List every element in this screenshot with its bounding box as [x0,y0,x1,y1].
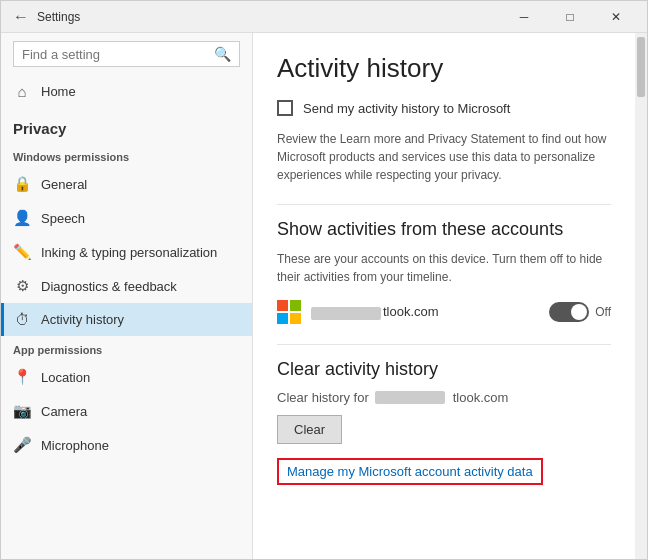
titlebar: ← Settings ─ □ ✕ [1,1,647,33]
clear-for-label: Clear history for [277,390,369,405]
clear-email-suffix: tlook.com [453,390,509,405]
maximize-button[interactable]: □ [547,1,593,33]
sidebar-item-label: Home [41,84,76,99]
account-toggle-container: Off [549,302,611,322]
window-controls: ─ □ ✕ [501,1,639,33]
clear-for-row: Clear history for tlook.com [277,390,611,405]
pen-icon: ✏️ [13,243,31,261]
scrollbar-thumb[interactable] [637,37,645,97]
content-area: 🔍 ⌂ Home Privacy Windows permissions 🔒 G… [1,33,647,559]
divider-2 [277,344,611,345]
sidebar-item-home[interactable]: ⌂ Home [1,75,252,108]
clear-button[interactable]: Clear [277,415,342,444]
sidebar-item-location[interactable]: 📍 Location [1,360,252,394]
back-button[interactable]: ← [9,5,33,29]
app-window: ← Settings ─ □ ✕ 🔍 ⌂ Home Privacy Window… [0,0,648,560]
lock-icon: 🔒 [13,175,31,193]
privacy-header: Privacy [1,108,252,143]
send-history-label: Send my activity history to Microsoft [303,101,510,116]
sidebar-item-microphone[interactable]: 🎤 Microphone [1,428,252,462]
toggle-knob [571,304,587,320]
account-row: tlook.com Off [277,300,611,324]
app-title: Settings [37,10,80,24]
ms-logo-tr [290,300,301,311]
ms-logo-bl [277,313,288,324]
sidebar-item-activity[interactable]: ⏱ Activity history [1,303,252,336]
email-blur-2 [375,391,445,404]
search-input[interactable] [22,47,214,62]
ms-logo-tl [277,300,288,311]
sidebar-item-label: Location [41,370,90,385]
divider-1 [277,204,611,205]
clear-history-title: Clear activity history [277,359,611,380]
sidebar: 🔍 ⌂ Home Privacy Windows permissions 🔒 G… [1,33,253,559]
clock-icon: ⏱ [13,311,31,328]
search-box[interactable]: 🔍 [13,41,240,67]
windows-permissions-header: Windows permissions [1,143,252,167]
show-activities-title: Show activities from these accounts [277,219,611,240]
person-icon: 👤 [13,209,31,227]
main-content: Activity history Send my activity histor… [253,33,635,559]
gear-icon: ⚙ [13,277,31,295]
account-email: tlook.com [311,304,539,319]
minimize-button[interactable]: ─ [501,1,547,33]
camera-icon: 📷 [13,402,31,420]
scrollbar-track[interactable] [635,33,647,559]
search-icon: 🔍 [214,46,231,62]
sidebar-item-diagnostics[interactable]: ⚙ Diagnostics & feedback [1,269,252,303]
email-blur-1 [311,307,381,320]
page-title: Activity history [277,53,611,84]
microsoft-logo [277,300,301,324]
sidebar-item-inking[interactable]: ✏️ Inking & typing personalization [1,235,252,269]
location-icon: 📍 [13,368,31,386]
sidebar-item-label: Camera [41,404,87,419]
microphone-icon: 🎤 [13,436,31,454]
close-button[interactable]: ✕ [593,1,639,33]
activity-description: Review the Learn more and Privacy Statem… [277,130,611,184]
send-history-checkbox[interactable] [277,100,293,116]
toggle-state-label: Off [595,305,611,319]
sidebar-item-label: Inking & typing personalization [41,245,217,260]
sidebar-item-general[interactable]: 🔒 General [1,167,252,201]
sidebar-item-label: Microphone [41,438,109,453]
account-toggle[interactable] [549,302,589,322]
sidebar-item-label: Diagnostics & feedback [41,279,177,294]
sidebar-item-label: Speech [41,211,85,226]
ms-logo-br [290,313,301,324]
sidebar-item-speech[interactable]: 👤 Speech [1,201,252,235]
send-history-row: Send my activity history to Microsoft [277,100,611,116]
sidebar-item-label: Activity history [41,312,124,327]
sidebar-item-camera[interactable]: 📷 Camera [1,394,252,428]
manage-link[interactable]: Manage my Microsoft account activity dat… [277,458,543,485]
show-activities-desc: These are your accounts on this device. … [277,250,611,286]
home-icon: ⌂ [13,83,31,100]
app-permissions-header: App permissions [1,336,252,360]
sidebar-item-label: General [41,177,87,192]
